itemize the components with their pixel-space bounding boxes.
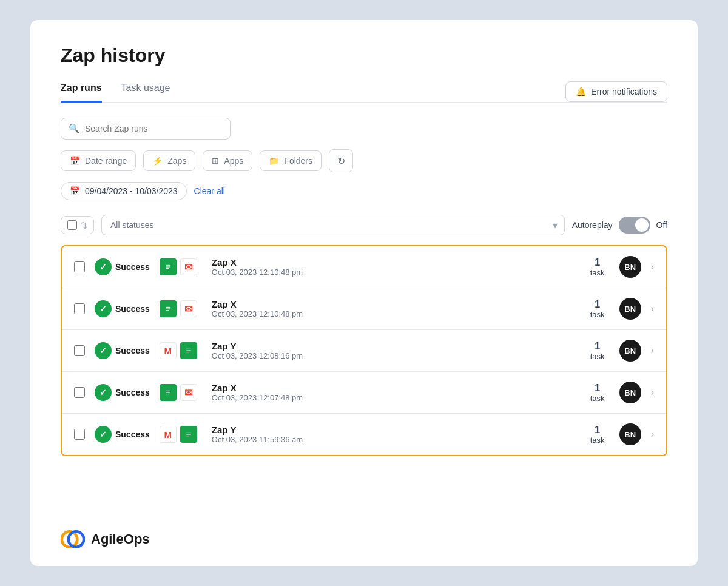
gmail-m-icon: M (160, 342, 177, 359)
row-checkbox[interactable] (74, 261, 85, 272)
app-icons: ✉ (160, 384, 202, 401)
gmail-m-icon: M (160, 426, 177, 443)
zap-name: Zap X (212, 299, 576, 309)
zap-table: ✓ Success ✉ Zap X Oct 03, 2023 12:10:48 … (61, 245, 667, 456)
app-icons: ✉ (160, 258, 202, 275)
status-badge: ✓ Success (95, 384, 150, 401)
success-icon: ✓ (95, 258, 112, 275)
select-all-sort[interactable]: ⇅ (61, 216, 94, 234)
zap-info: Zap X Oct 03, 2023 12:07:48 pm (212, 383, 576, 402)
filter-row: 📅 Date range ⚡ Zaps ⊞ Apps 📁 Folders ↻ (61, 149, 667, 172)
select-all-checkbox[interactable] (67, 220, 77, 230)
table-row: ✓ Success ✉ Zap X Oct 03, 2023 12:10:48 … (62, 246, 666, 288)
zap-date: Oct 03, 2023 12:08:16 pm (212, 351, 576, 360)
success-icon: ✓ (95, 426, 112, 443)
date-range-pill[interactable]: 📅 09/04/2023 - 10/03/2023 (61, 182, 187, 200)
search-bar: 🔍 (61, 118, 231, 140)
gmail-envelope-icon: ✉ (180, 300, 197, 317)
status-badge: ✓ Success (95, 300, 150, 317)
row-expand-icon[interactable]: › (651, 387, 654, 398)
folder-icon: 📁 (269, 156, 279, 166)
autoreplay-toggle[interactable] (619, 217, 650, 234)
apps-filter[interactable]: ⊞ Apps (203, 150, 252, 171)
gmail-envelope-icon: ✉ (180, 258, 197, 275)
google-sheets-icon (160, 384, 177, 401)
row-checkbox[interactable] (74, 387, 85, 398)
date-range-filter[interactable]: 📅 Date range (61, 150, 136, 171)
table-row: ✓ Success ✉ Zap X Oct 03, 2023 12:10:48 … (62, 288, 666, 330)
avatar: BN (619, 423, 641, 445)
success-icon: ✓ (95, 342, 112, 359)
google-sheets-icon (180, 426, 197, 443)
autoreplay-section: Autoreplay Off (572, 217, 667, 234)
folders-filter[interactable]: 📁 Folders (260, 150, 322, 171)
toggle-knob (635, 218, 649, 232)
refresh-icon: ↻ (337, 155, 345, 167)
clear-all-link[interactable]: Clear all (194, 186, 225, 196)
status-badge: ✓ Success (95, 258, 150, 275)
task-count: 1 task (585, 257, 610, 277)
avatar: BN (619, 382, 641, 403)
status-badge: ✓ Success (95, 426, 150, 443)
zap-name: Zap Y (212, 341, 576, 351)
agileops-logo-icon (61, 527, 85, 551)
zap-name: Zap X (212, 383, 576, 393)
row-expand-icon[interactable]: › (651, 303, 654, 314)
avatar: BN (619, 256, 641, 278)
table-row: ✓ Success M Zap Y Oct 03, 2023 11:59:36 … (62, 414, 666, 455)
tabs-header: Zap runs Task usage 🔔 Error notification… (61, 81, 667, 103)
avatar: BN (619, 298, 641, 320)
status-select-wrapper: All statuses Success Error ▾ (101, 215, 565, 235)
zaps-filter[interactable]: ⚡ Zaps (143, 150, 195, 171)
grid-icon: ⊞ (212, 156, 219, 166)
error-notifications-button[interactable]: 🔔 Error notifications (565, 81, 667, 102)
status-bar: ⇅ All statuses Success Error ▾ Autorepla… (61, 215, 667, 235)
gmail-envelope-icon: ✉ (180, 384, 197, 401)
autoreplay-label: Autoreplay (572, 220, 613, 230)
footer-logo: AgileOps (61, 527, 150, 551)
status-badge: ✓ Success (95, 342, 150, 359)
row-checkbox[interactable] (74, 345, 85, 356)
tab-zap-runs[interactable]: Zap runs (61, 83, 102, 103)
google-sheets-icon (180, 342, 197, 359)
zap-date: Oct 03, 2023 11:59:36 am (212, 435, 576, 444)
zap-date: Oct 03, 2023 12:10:48 pm (212, 309, 576, 318)
bell-icon: 🔔 (576, 87, 586, 96)
search-input[interactable] (85, 124, 223, 133)
app-icons: ✉ (160, 300, 202, 317)
google-sheets-icon (160, 258, 177, 275)
autoreplay-state: Off (656, 220, 667, 230)
row-checkbox[interactable] (74, 429, 85, 440)
success-icon: ✓ (95, 384, 112, 401)
tab-task-usage[interactable]: Task usage (121, 83, 170, 103)
app-icons: M (160, 342, 202, 359)
table-row: ✓ Success ✉ Zap X Oct 03, 2023 12:07:48 … (62, 372, 666, 414)
zap-date: Oct 03, 2023 12:07:48 pm (212, 393, 576, 402)
tabs-nav: Zap runs Task usage (61, 83, 170, 101)
task-count: 1 task (585, 383, 610, 403)
zap-date: Oct 03, 2023 12:10:48 pm (212, 268, 576, 277)
status-select[interactable]: All statuses Success Error (101, 215, 565, 235)
table-row: ✓ Success M Zap Y Oct 03, 2023 12:08:16 … (62, 330, 666, 372)
success-icon: ✓ (95, 300, 112, 317)
zap-info: Zap Y Oct 03, 2023 11:59:36 am (212, 425, 576, 444)
main-card: Zap history Zap runs Task usage 🔔 Error … (30, 20, 698, 566)
row-expand-icon[interactable]: › (651, 345, 654, 356)
calendar-small-icon: 📅 (70, 186, 80, 196)
page-title: Zap history (61, 44, 667, 67)
zap-info: Zap X Oct 03, 2023 12:10:48 pm (212, 257, 576, 277)
row-checkbox[interactable] (74, 303, 85, 314)
calendar-icon: 📅 (70, 156, 80, 166)
avatar: BN (619, 340, 641, 362)
agileops-logo-text: AgileOps (91, 531, 150, 547)
refresh-button[interactable]: ↻ (329, 149, 353, 172)
zap-name: Zap X (212, 257, 576, 268)
task-count: 1 task (585, 299, 610, 319)
row-expand-icon[interactable]: › (651, 429, 654, 440)
row-expand-icon[interactable]: › (651, 261, 654, 272)
task-count: 1 task (585, 341, 610, 361)
sort-chevrons-icon: ⇅ (81, 221, 87, 230)
app-icons: M (160, 426, 202, 443)
search-icon: 🔍 (69, 123, 80, 134)
google-sheets-icon (160, 300, 177, 317)
